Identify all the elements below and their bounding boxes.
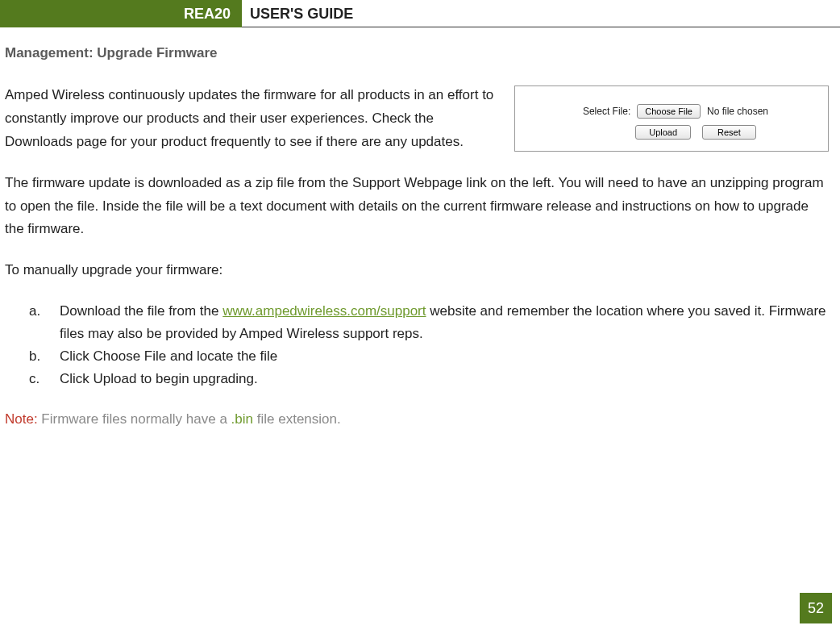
step-c-text: Click Upload to begin upgrading.: [60, 371, 258, 386]
note-pre: Firmware files normally have a: [38, 411, 231, 427]
note-ext: .bin: [231, 411, 253, 427]
upload-button[interactable]: Upload: [635, 125, 691, 140]
section-title: Management: Upgrade Firmware: [5, 45, 829, 61]
note-label: Note:: [5, 411, 38, 427]
step-b-text: Click Choose File and locate the file: [60, 348, 277, 364]
upload-panel: Select File: Choose File No file chosen …: [514, 85, 829, 152]
action-row: Upload Reset: [523, 125, 820, 140]
list-item: c. Click Upload to begin upgrading.: [5, 368, 829, 390]
page-number: 52: [800, 593, 832, 623]
list-item: b. Click Choose File and locate the file: [5, 345, 829, 368]
steps-list: a. Download the file from the www.ampedw…: [5, 300, 829, 390]
intro-row: Amped Wireless continuously updates the …: [5, 84, 829, 154]
file-status-text: No file chosen: [707, 106, 768, 117]
note-post: file extension.: [253, 411, 341, 427]
list-marker: b.: [29, 345, 40, 368]
reset-button[interactable]: Reset: [702, 125, 756, 140]
step-a-pre: Download the file from the: [60, 303, 222, 319]
support-link[interactable]: www.ampedwireless.com/support: [222, 303, 426, 319]
select-file-label: Select File:: [583, 106, 630, 117]
page-content: Management: Upgrade Firmware Amped Wirel…: [0, 45, 840, 432]
note-line: Note: Firmware files normally have a .bi…: [5, 408, 829, 432]
product-badge: REA20: [173, 0, 242, 27]
header-wrap: REA20 USER'S GUIDE: [0, 0, 840, 27]
file-select-row: Select File: Choose File No file chosen: [523, 104, 820, 119]
paragraph-download-info: The firmware update is downloaded as a z…: [5, 172, 829, 242]
choose-file-button[interactable]: Choose File: [637, 104, 701, 119]
doc-title: USER'S GUIDE: [242, 0, 353, 27]
page-header: REA20 USER'S GUIDE: [0, 0, 840, 27]
paragraph-manual-intro: To manually upgrade your firmware:: [5, 259, 829, 282]
list-item: a. Download the file from the www.ampedw…: [5, 300, 829, 345]
list-marker: c.: [29, 368, 40, 390]
list-marker: a.: [29, 300, 40, 323]
intro-paragraph: Amped Wireless continuously updates the …: [5, 84, 498, 154]
header-left-block: [0, 0, 173, 27]
